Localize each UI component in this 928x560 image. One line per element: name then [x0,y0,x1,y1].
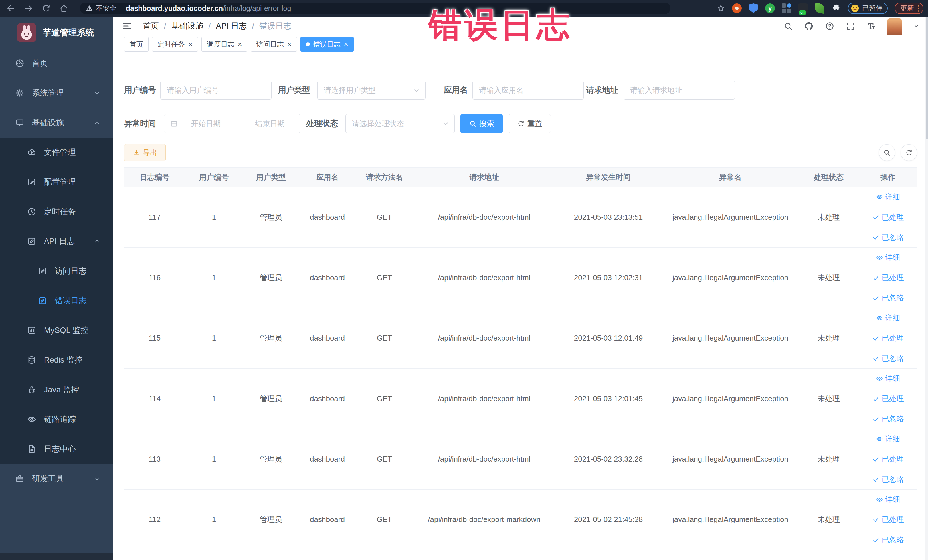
tab-label: 错误日志 [313,40,340,49]
chart-icon [27,325,37,335]
breadcrumb-separator: / [209,21,211,31]
exception-time-range-picker[interactable]: 开始日期 - 结束日期 [164,114,301,133]
help-icon[interactable] [825,21,835,31]
active-tab-dot [306,42,310,46]
grid-extension-icon[interactable] [781,3,791,13]
profile-paused-pill[interactable]: 已暂停 [848,3,888,14]
sidebar-item-log-center[interactable]: 日志中心 [0,434,113,464]
close-icon[interactable]: × [238,41,242,48]
end-date-placeholder: 结束日期 [246,119,295,129]
action-ignored-link[interactable]: 已忽略 [872,293,904,303]
puzzle-extensions-icon[interactable] [831,3,841,13]
address-bar[interactable]: 不安全 dashboard.yudao.iocoder.cn/infra/log… [80,3,670,14]
scrollbar-thumb[interactable] [926,17,928,139]
action-ignored-link[interactable]: 已忽略 [872,475,904,484]
action-processed-link[interactable]: 已处理 [872,454,904,464]
action-detail-link[interactable]: 详细 [876,313,901,323]
close-icon[interactable]: × [188,41,192,48]
scrollbar[interactable] [925,17,928,560]
menu-kebab-icon[interactable] [918,5,919,12]
tab-scheduled-task[interactable]: 定时任务× [152,37,198,52]
export-button[interactable]: 导出 [124,144,166,161]
close-icon[interactable]: × [344,41,348,48]
sidebar-item-redis-monitor[interactable]: Redis 监控 [0,345,113,375]
proxy-on-extension-icon[interactable] [798,3,808,13]
sidebar-item-label: Java 监控 [44,384,79,395]
action-detail-link[interactable]: 详细 [876,374,901,383]
column-header: 处理状态 [799,168,859,187]
action-ignored-link[interactable]: 已忽略 [872,535,904,545]
back-icon[interactable] [6,4,15,13]
sidebar-item-config-management[interactable]: 配置管理 [0,167,113,197]
sidebar-item-home[interactable]: 首页 [0,49,113,78]
breadcrumb-infrastructure[interactable]: 基础设施 [171,21,203,31]
sidebar-item-infrastructure[interactable]: 基础设施 [0,108,113,137]
orange-extension-icon[interactable] [732,3,742,13]
process-status-select[interactable]: 请选择处理状态 [345,114,455,133]
reset-button[interactable]: 重置 [509,114,551,133]
action-ignored-link[interactable]: 已忽略 [872,354,904,363]
github-icon[interactable] [804,21,814,31]
home-icon[interactable] [60,4,69,13]
bookmark-star-icon[interactable] [717,4,725,12]
action-processed-link[interactable]: 已处理 [872,212,904,222]
breadcrumb-home[interactable]: 首页 [143,21,159,31]
sidebar-item-system-management[interactable]: 系统管理 [0,78,113,108]
app-logo[interactable]: 芋道管理系统 [0,17,113,49]
app-name-input[interactable] [472,81,584,99]
search-button[interactable]: 搜索 [461,114,503,133]
user-id-input[interactable] [160,81,272,99]
exception-name-cell: java.lang.IllegalArgumentException [662,187,799,248]
user-type-cell: 管理员 [243,369,299,429]
request-url-cell: /api/infra/db-doc/export-html [414,429,555,490]
sidebar-item-api-log[interactable]: API 日志 [0,226,113,256]
app-title: 芋道管理系统 [43,27,94,38]
sidebar-item-trace[interactable]: 链路追踪 [0,404,113,434]
exception-time-cell: 2021-05-03 12:01:49 [555,308,662,369]
sidebar-item-label: 文件管理 [44,147,76,158]
green-extension-icon[interactable]: y [765,3,775,13]
chevron-down-icon[interactable] [913,23,919,29]
tab-access-log[interactable]: 访问日志× [251,37,297,52]
action-processed-link[interactable]: 已处理 [872,273,904,283]
tab-error-log[interactable]: 错误日志× [301,37,354,52]
tab-home[interactable]: 首页 [124,37,149,52]
close-icon[interactable]: × [287,41,291,48]
sidebar-item-access-log[interactable]: 访问日志 [0,256,113,286]
sidebar-item-error-log[interactable]: 错误日志 [0,286,113,316]
refresh-table-button[interactable] [901,144,917,161]
forward-icon[interactable] [24,4,33,13]
sidebar-item-scheduled-task[interactable]: 定时任务 [0,197,113,226]
breadcrumb-api-log[interactable]: API 日志 [216,21,247,31]
sidebar-item-mysql-monitor[interactable]: MySQL 监控 [0,316,113,345]
update-button[interactable]: 更新 [894,3,923,14]
action-processed-link[interactable]: 已处理 [872,394,904,404]
action-detail-link[interactable]: 详细 [876,494,901,504]
action-detail-link[interactable]: 详细 [876,252,901,262]
action-processed-link[interactable]: 已处理 [872,333,904,343]
action-detail-link[interactable]: 详细 [876,434,901,444]
app-name-cell: dashboard [299,187,355,248]
toggle-search-button[interactable] [879,144,895,161]
leaf-extension-icon[interactable] [814,3,825,14]
request-url-input[interactable] [624,81,735,99]
action-processed-link[interactable]: 已处理 [872,515,904,525]
reload-icon[interactable] [42,4,51,13]
action-ignored-link[interactable]: 已忽略 [872,232,904,243]
fullscreen-icon[interactable] [846,21,855,31]
table-row: 1161管理员dashboardGET/api/infra/db-doc/exp… [124,248,917,308]
sidebar-item-dev-tools[interactable]: 研发工具 [0,464,113,493]
collapse-sidebar-icon[interactable] [122,21,132,31]
font-size-icon[interactable] [867,21,876,31]
action-detail-link[interactable]: 详细 [876,192,901,202]
check-icon [872,415,879,423]
log-id-cell: 116 [124,248,185,308]
search-icon[interactable] [783,21,793,31]
sidebar-item-java-monitor[interactable]: Java 监控 [0,375,113,404]
sidebar-item-file-management[interactable]: 文件管理 [0,137,113,167]
tab-schedule-log[interactable]: 调度日志× [201,37,247,52]
user-type-select[interactable]: 请选择用户类型 [317,81,426,99]
shield-extension-icon[interactable] [749,3,758,13]
table-row: 1131管理员dashboardGET/api/infra/db-doc/exp… [124,429,917,490]
action-ignored-link[interactable]: 已忽略 [872,414,904,424]
